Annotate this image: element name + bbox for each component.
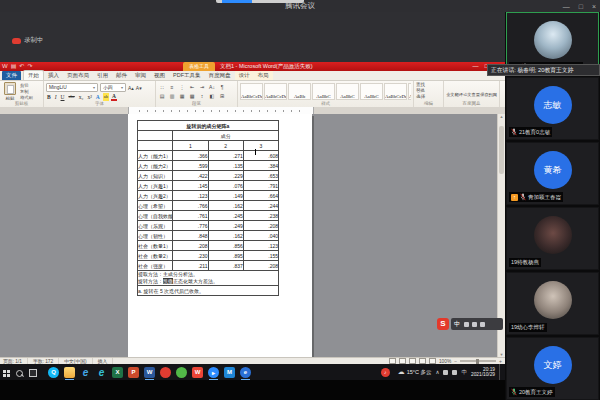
ime-pen-icon[interactable] — [464, 322, 469, 327]
align-right-icon[interactable]: ▦ — [178, 92, 186, 100]
ribbon-tab[interactable]: 插入 — [44, 71, 63, 80]
task-view-button[interactable] — [26, 363, 39, 381]
share-controlbar-collapsed[interactable] — [216, 0, 304, 3]
ime-logo-icon[interactable]: S — [437, 318, 449, 330]
start-button[interactable] — [0, 363, 13, 381]
style-gallery-item[interactable]: AaBb 标题 1 — [288, 83, 311, 100]
superscript-button[interactable]: x² — [86, 93, 92, 101]
browser-icon[interactable]: e — [240, 367, 251, 378]
show-desktop-button[interactable] — [499, 364, 503, 380]
maximize-icon[interactable]: □ — [579, 3, 583, 10]
green-app-icon[interactable] — [176, 367, 187, 378]
document-page[interactable]: 旋转后的成分矩阵a 成分 1 2 3 — [128, 114, 312, 357]
show-marks-icon[interactable]: ¶ — [218, 83, 226, 91]
participant-tile[interactable]: 黄希 ↑ 青加颖王春霞 — [506, 142, 599, 205]
borders-icon[interactable]: ⊞ — [218, 92, 226, 100]
font-size-select[interactable]: 小四▾ — [100, 83, 126, 92]
style-gallery-item[interactable]: AaBbC 标题 — [336, 83, 359, 100]
close-icon[interactable]: × — [592, 3, 596, 10]
ribbon-tab[interactable]: 开始 — [23, 70, 44, 80]
strikethrough-button[interactable]: abc — [68, 93, 76, 101]
style-gallery-item[interactable]: AaBbCcDd 不明显强调 — [384, 83, 407, 100]
taskbar-search-button[interactable] — [13, 363, 26, 381]
text-effects-button[interactable]: A — [95, 93, 101, 101]
ribbon-tab[interactable]: 引用 — [93, 71, 112, 80]
weather-widget[interactable]: ☁15°C 多云 — [398, 368, 432, 376]
edge-icon[interactable]: e — [96, 367, 107, 378]
clipboard-mini-button[interactable]: 剪切 — [20, 83, 33, 89]
powerpoint-icon[interactable]: P — [128, 367, 139, 378]
network-icon[interactable] — [443, 370, 448, 375]
360-icon[interactable] — [160, 367, 171, 378]
style-gallery-item[interactable]: AaBbCcDd 无间隔 — [264, 83, 287, 100]
file-explorer-icon[interactable] — [64, 367, 75, 378]
ribbon-tab[interactable]: 百度网盘 — [205, 71, 235, 80]
increase-indent-icon[interactable]: ⇥ — [198, 83, 206, 91]
highlight-button[interactable]: ab — [103, 93, 109, 101]
style-gallery-item[interactable]: AaBbC 标题 2 — [312, 83, 335, 100]
ime-keyboard-icon[interactable] — [472, 322, 477, 327]
editing-menu-item[interactable]: 选择 — [416, 94, 441, 100]
justify-icon[interactable]: ▩ — [188, 92, 196, 100]
excel-icon[interactable]: X — [112, 367, 123, 378]
ribbon-tab[interactable]: 布局 — [254, 71, 273, 80]
plugin-button[interactable]: 全文翻译 — [446, 82, 463, 101]
plugin-button[interactable]: 论文查重 — [463, 82, 480, 101]
multilevel-list-icon[interactable]: ⋮ — [178, 83, 186, 91]
clipboard-mini-button[interactable]: 格式刷 — [20, 95, 33, 101]
ribbon-tab[interactable]: 视图 — [150, 71, 169, 80]
ie-icon[interactable]: e — [80, 367, 91, 378]
grow-font-icon[interactable]: A▴ — [128, 85, 134, 91]
ime-toolbox-icon[interactable] — [480, 322, 485, 327]
align-left-icon[interactable]: ▤ — [158, 92, 166, 100]
ime-mode-toggle[interactable]: 中 — [454, 320, 461, 329]
ribbon-tab[interactable]: 文件 — [2, 71, 21, 80]
tray-expand-icon[interactable]: ∧ — [435, 369, 439, 375]
taskbar-clock[interactable]: 20:19 2021/10/29 — [471, 367, 495, 378]
participant-tile[interactable]: 志敏 ↑ 21教育0志敏 — [506, 77, 599, 140]
font-name-select[interactable]: MingLiU▾ — [46, 83, 98, 92]
mail-icon[interactable]: M — [224, 367, 235, 378]
word-titlebar[interactable]: W▤↶↷ 表格工具 文档1 - Microsoft Word(产品激活失败) —… — [0, 62, 505, 71]
tencent-meeting-icon[interactable]: ▸ — [208, 367, 219, 378]
participant-tile[interactable]: ↑ 19特教杨燕 — [506, 207, 599, 270]
decrease-indent-icon[interactable]: ⇤ — [188, 83, 196, 91]
italic-button[interactable]: I — [54, 93, 58, 101]
scrollbar-thumb[interactable] — [499, 126, 504, 174]
ribbon-tab[interactable]: 设计 — [235, 71, 254, 80]
save-icon[interactable]: ▤ — [11, 62, 17, 71]
style-gallery-item[interactable]: AaBbCcDd 强调 — [408, 83, 411, 100]
zoom-slider[interactable] — [460, 360, 496, 362]
underline-button[interactable]: U — [60, 93, 66, 101]
align-center-icon[interactable]: ▥ — [168, 92, 176, 100]
ribbon-tab[interactable]: 邮件 — [112, 71, 131, 80]
input-language-indicator[interactable]: 中 — [461, 369, 467, 376]
shading-icon[interactable]: ◧ — [208, 92, 216, 100]
word-icon[interactable]: W — [144, 367, 155, 378]
style-gallery-item[interactable]: AaBbC 副标题 — [360, 83, 383, 100]
participant-tile[interactable]: ↑ 19幼心李烨轩 — [506, 272, 599, 335]
style-gallery-item[interactable]: AaBbCcDd 正文 — [240, 83, 263, 100]
zoom-slider-thumb[interactable] — [476, 359, 479, 364]
zoom-level[interactable]: 100% — [439, 359, 451, 364]
clipboard-mini-button[interactable]: 复制 — [20, 89, 33, 95]
numbering-icon[interactable]: ≡ — [168, 83, 176, 91]
word-logo-icon[interactable]: W — [2, 62, 8, 71]
bullets-icon[interactable]: ∷ — [158, 83, 166, 91]
subscript-button[interactable]: x₂ — [78, 93, 85, 101]
qq-icon[interactable]: Q — [48, 367, 59, 378]
participant-tile[interactable]: 文婷 ↑ 20教育王文婷 — [506, 337, 599, 400]
font-color-button[interactable]: A — [111, 93, 117, 101]
word-minimize-icon[interactable]: — — [470, 62, 481, 71]
line-spacing-icon[interactable]: ↕ — [198, 92, 206, 100]
paste-button[interactable]: 粘贴 — [2, 82, 18, 101]
sort-icon[interactable]: A↓ — [208, 83, 216, 91]
shrink-font-icon[interactable]: A▾ — [136, 85, 142, 91]
bold-button[interactable]: B — [46, 93, 52, 101]
volume-icon[interactable] — [452, 370, 457, 375]
ribbon-tab[interactable]: 页面布局 — [63, 71, 93, 80]
wps-icon[interactable]: W — [192, 367, 203, 378]
minimize-icon[interactable]: — — [563, 3, 570, 10]
ribbon-tab[interactable]: PDF工具集 — [169, 71, 205, 80]
scroll-up-icon[interactable]: ▲ — [498, 114, 505, 119]
